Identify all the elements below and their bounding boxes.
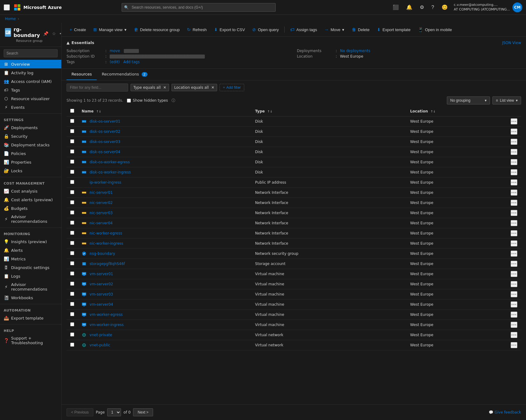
sidebar-item-workbooks[interactable]: 📓 Workbooks	[0, 293, 61, 302]
resource-name-link[interactable]: nic-worker-egress	[90, 231, 122, 235]
resource-name-link[interactable]: vm-worker-ingress	[90, 323, 124, 327]
sidebar-item-support[interactable]: ❓ Support + Troubleshooting	[0, 334, 61, 347]
sidebar-search-input[interactable]	[4, 49, 58, 57]
row-checkbox[interactable]	[70, 241, 74, 245]
row-menu-button[interactable]: •••	[511, 200, 517, 206]
more-button[interactable]: •••	[59, 31, 62, 37]
filter-input[interactable]	[67, 84, 128, 92]
open-query-button[interactable]: ⊘ Open query	[249, 25, 282, 34]
row-menu-button[interactable]: •••	[511, 159, 517, 165]
resource-name-link[interactable]: nsg-boundary	[90, 251, 115, 256]
resource-name-link[interactable]: vm-worker-egress	[90, 312, 123, 317]
row-menu-button[interactable]: •••	[511, 149, 517, 155]
resource-name-link[interactable]: ip-worker-ingress	[90, 180, 121, 185]
global-search-input[interactable]	[122, 3, 276, 12]
row-menu-button[interactable]: •••	[511, 301, 517, 308]
row-menu-button[interactable]: •••	[511, 118, 517, 124]
tags-edit-link[interactable]: (edit)	[110, 60, 119, 64]
assign-tags-button[interactable]: 🏷 Assign tags	[287, 25, 320, 34]
row-menu-button[interactable]: •••	[511, 312, 517, 318]
row-menu-button[interactable]: •••	[511, 179, 517, 186]
resource-name-link[interactable]: disk-os-server04	[90, 150, 120, 154]
list-view-button[interactable]: ≡ List view ▾	[492, 96, 521, 104]
row-menu-button[interactable]: •••	[511, 190, 517, 196]
resource-name-link[interactable]: disk-os-server01	[90, 119, 120, 124]
row-menu-button[interactable]: •••	[511, 169, 517, 175]
subscription-move-link[interactable]: move	[110, 49, 120, 53]
resource-name-link[interactable]: nic-server03	[90, 211, 113, 215]
breadcrumb-home[interactable]: Home	[5, 17, 16, 21]
sidebar-item-budgets[interactable]: 💰 Budgets	[0, 204, 61, 213]
row-menu-button[interactable]: •••	[511, 220, 517, 226]
resource-name-link[interactable]: nic-server02	[90, 201, 113, 205]
notifications-icon[interactable]: 🔔	[405, 3, 414, 11]
sidebar-item-events[interactable]: ⚡ Events	[0, 103, 61, 112]
sidebar-item-metrics[interactable]: 📊 Metrics	[0, 255, 61, 263]
sidebar-item-tags[interactable]: 🏷 Tags	[0, 86, 61, 94]
row-menu-button[interactable]: •••	[511, 342, 517, 348]
sidebar-item-deployments[interactable]: 🚀 Deployments	[0, 123, 61, 132]
row-checkbox[interactable]	[70, 292, 74, 296]
row-menu-button[interactable]: •••	[511, 281, 517, 287]
row-menu-button[interactable]: •••	[511, 251, 517, 257]
sidebar-item-insights[interactable]: 💡 Insights (preview)	[0, 237, 61, 246]
row-checkbox[interactable]	[70, 129, 74, 133]
sidebar-item-security[interactable]: 🔒 Security	[0, 132, 61, 141]
row-menu-button[interactable]: •••	[511, 128, 517, 135]
cloud-shell-icon[interactable]: ⬛	[391, 3, 400, 11]
tab-recommendations[interactable]: Recommendations 2	[97, 69, 152, 80]
name-column-header[interactable]: Name ↑↓	[78, 106, 251, 116]
resource-name-link[interactable]: disk-os-worker-egress	[90, 160, 130, 164]
type-filter-close[interactable]: ✕	[163, 85, 166, 90]
favorite-button[interactable]: ☆	[51, 31, 57, 37]
row-menu-button[interactable]: •••	[511, 291, 517, 297]
open-mobile-button[interactable]: 📱 Open in mobile	[415, 25, 455, 34]
export-template-button[interactable]: ⬇ Export template	[374, 25, 414, 34]
export-csv-button[interactable]: ⬇ Export to CSV	[211, 25, 248, 34]
resource-name-link[interactable]: vm-server01	[90, 272, 113, 276]
resource-name-link[interactable]: nic-worker-ingress	[90, 241, 123, 246]
tab-resources[interactable]: Resources	[67, 69, 97, 80]
page-number-select[interactable]: 1	[107, 408, 121, 416]
row-checkbox[interactable]	[70, 149, 74, 153]
hamburger-menu[interactable]	[4, 4, 10, 10]
type-column-header[interactable]: Type ↑↓	[251, 106, 406, 116]
sidebar-item-policies[interactable]: 📄 Policies	[0, 149, 61, 158]
row-checkbox[interactable]	[70, 119, 74, 123]
row-checkbox[interactable]	[70, 322, 74, 326]
deployments-value[interactable]: No deployments	[340, 49, 370, 53]
sidebar-item-alerts[interactable]: 🔔 Alerts	[0, 246, 61, 255]
settings-icon[interactable]: ⚙	[419, 3, 425, 11]
row-checkbox[interactable]	[70, 271, 74, 275]
resource-name-link[interactable]: disk-os-worker-ingress	[90, 170, 131, 174]
resource-name-link[interactable]: disk-os-server03	[90, 140, 120, 144]
move-button[interactable]: → Move ▾	[322, 25, 348, 34]
resource-name-link[interactable]: vnet-private	[90, 333, 112, 337]
grouping-dropdown[interactable]: No grouping ▾	[447, 96, 490, 104]
sidebar-item-advisor-recommendations2[interactable]: ⚡ Advisor recommendations	[0, 280, 61, 293]
help-icon[interactable]: ?	[430, 3, 435, 11]
row-checkbox[interactable]	[70, 221, 74, 225]
sidebar-item-advisor-recommendations[interactable]: ⚡ Advisor recommendations	[0, 213, 61, 226]
row-checkbox[interactable]	[70, 231, 74, 235]
delete-button[interactable]: 🗑 Delete	[349, 25, 373, 34]
resource-name-link[interactable]: nic-server04	[90, 221, 113, 225]
row-checkbox[interactable]	[70, 261, 74, 265]
delete-group-button[interactable]: 🗑 Delete resource group	[131, 25, 183, 34]
manage-view-button[interactable]: ⊞ Manage view ▾	[90, 25, 130, 34]
resource-name-link[interactable]: vm-server03	[90, 292, 113, 296]
sidebar-item-activity-log[interactable]: 📋 Activity log	[0, 68, 61, 77]
row-checkbox[interactable]	[70, 210, 74, 214]
row-menu-button[interactable]: •••	[511, 230, 517, 236]
resource-name-link[interactable]: vnet-public	[90, 343, 110, 347]
resource-name-link[interactable]: vm-server02	[90, 282, 113, 286]
sidebar-item-logs[interactable]: 📋 Logs	[0, 272, 61, 280]
feedback-icon[interactable]: 😊	[440, 3, 449, 11]
row-checkbox[interactable]	[70, 302, 74, 306]
row-checkbox[interactable]	[70, 312, 74, 316]
row-checkbox[interactable]	[70, 332, 74, 336]
user-profile[interactable]: c.v.meer@atcomputing.... AT COMPUTING (A…	[454, 2, 522, 12]
next-button[interactable]: Next >	[133, 408, 153, 416]
resource-name-link[interactable]: storagepgf8qhS46f	[90, 262, 125, 266]
row-checkbox[interactable]	[70, 251, 74, 255]
